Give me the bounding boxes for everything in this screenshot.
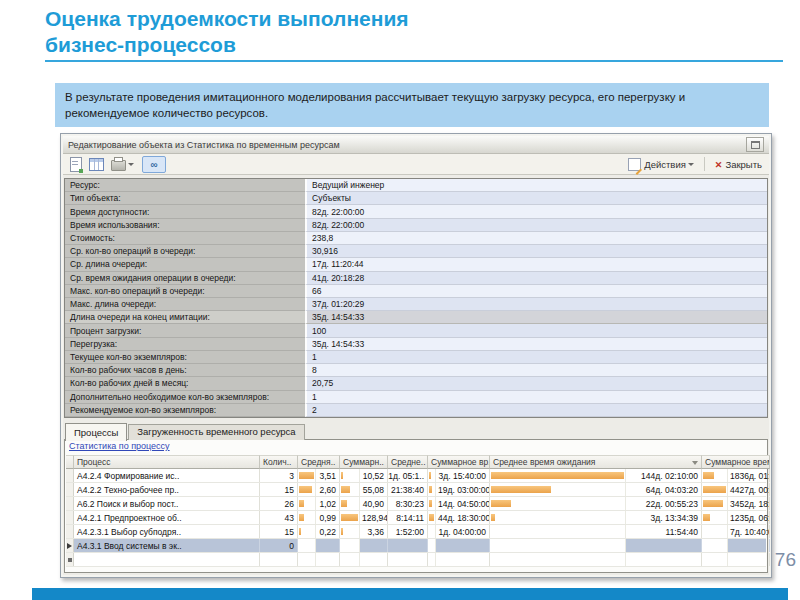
property-row[interactable]: Время использования:82д. 22:00:00 — [65, 219, 767, 232]
cell-value: 1д. 04:00:00 — [436, 527, 489, 537]
cell-sum: 40,90 — [340, 497, 388, 510]
page-number: 76 — [762, 549, 796, 571]
property-row[interactable]: Время доступности:82д. 22:00:00 — [65, 205, 767, 218]
property-row[interactable]: Процент загрузки:100 — [65, 324, 767, 337]
property-label: Ресурс: — [65, 179, 305, 192]
grid-row[interactable]: А6.2 Поиск и выбор пост..261,0240,908:30… — [66, 497, 766, 511]
property-row[interactable]: Перегрузка:35д. 14:54:33 — [65, 338, 767, 351]
close-button[interactable]: Закрыть — [713, 158, 764, 171]
property-value: 1 — [305, 351, 767, 364]
new-document-button[interactable] — [68, 156, 84, 173]
property-label: Длина очереди на конец имитации: — [65, 311, 305, 324]
bar-area — [298, 497, 316, 510]
property-row[interactable]: Ср. время ожидания операции в очереди:41… — [65, 272, 767, 285]
window-menu-button[interactable] — [746, 137, 764, 152]
slide: Оценка трудоемкости выполнения бизнес-пр… — [0, 0, 800, 600]
bar-area — [298, 483, 316, 496]
cell-avg: 0,22 — [298, 525, 340, 538]
cell-avg_time: 1:52:00 — [388, 525, 428, 538]
bar-area — [428, 525, 436, 538]
close-icon — [715, 159, 726, 170]
property-row[interactable]: Кол-во рабочих дней в месяц:20,75 — [65, 377, 767, 390]
cell-avg_time: 8:30:23 — [388, 497, 428, 510]
grid-header-sum_time[interactable]: Суммарное вр.. — [428, 455, 490, 469]
grid-header-avg_time[interactable]: Средне.. — [388, 455, 428, 469]
row-marker-cell — [66, 539, 74, 552]
cell-avg — [298, 553, 340, 566]
grid-row[interactable]: А4.2.1 Предпроектное об..430,99128,948:1… — [66, 511, 766, 525]
property-row[interactable]: Длина очереди на конец имитации:35д. 14:… — [65, 311, 767, 324]
bar-area — [702, 469, 728, 482]
table-view-button[interactable] — [87, 157, 106, 172]
cell-avg: 2,60 — [298, 483, 340, 496]
grid-header-avg[interactable]: Средня.. — [298, 455, 340, 469]
histogram-bar — [429, 472, 431, 479]
tab-processes[interactable]: Процессы — [65, 423, 127, 441]
property-row[interactable]: Стоимость:238,8 — [65, 232, 767, 245]
histogram-bar — [341, 528, 343, 535]
tab-resource-load[interactable]: Загруженность временного ресурса — [128, 424, 304, 440]
bar-area — [490, 483, 626, 496]
property-row[interactable]: Ср. кол-во операций в очереди:30,916 — [65, 245, 767, 258]
cell-value: 144д. 02:10:00 — [626, 471, 701, 481]
bar-area — [490, 525, 626, 538]
process-statistics-link[interactable]: Статистика по процессу — [69, 441, 170, 451]
window-titlebar[interactable]: Редактирование объекта из Статистика по … — [63, 136, 769, 154]
property-row[interactable]: Дополнительно необходимое кол-во экземпл… — [65, 391, 767, 404]
property-value: 238,8 — [305, 232, 767, 245]
grid-header-label: Суммарное время ожи.. — [705, 457, 770, 467]
cell-count: 15 — [260, 483, 298, 496]
property-value: Субъекты — [305, 192, 767, 205]
print-button[interactable] — [109, 156, 136, 172]
grid-row[interactable]: А4.2.3.1 Выбор субподря..150,223,361:52:… — [66, 525, 766, 539]
page-title-line2: бизнес-процессов — [45, 32, 409, 58]
property-row[interactable]: Макс. длина очереди:37д. 01:20:29 — [65, 298, 767, 311]
toolbar-separator — [704, 157, 705, 171]
bar-area — [428, 497, 436, 510]
property-row[interactable]: Ср. длина очереди:17д. 11:20:44 — [65, 258, 767, 271]
document-icon — [70, 157, 82, 172]
property-label: Стоимость: — [65, 232, 305, 245]
histogram-bar — [491, 500, 511, 507]
histogram-bar — [341, 472, 343, 479]
link-toggle-button[interactable] — [142, 156, 166, 173]
grid-header-label: Процесс — [77, 457, 111, 467]
cell-sum_wait — [702, 553, 770, 566]
property-row[interactable]: Тип объекта:Субъекты — [65, 192, 767, 205]
cell-value: 3452д. 18:50:00 — [728, 499, 769, 509]
table-icon — [89, 158, 104, 171]
bar-area — [298, 525, 316, 538]
cell-avg_wait: 22д. 00:55:23 — [490, 497, 702, 510]
property-row[interactable]: Рекомендуемое кол-во экземпляров:2 — [65, 404, 767, 417]
property-row[interactable]: Текущее кол-во экземпляров:1 — [65, 351, 767, 364]
histogram-bar — [341, 486, 350, 493]
actions-button[interactable]: Действия — [626, 157, 696, 172]
property-row[interactable]: Кол-во рабочих часов в день:8 — [65, 364, 767, 377]
cell-process: А4.2.3.1 Выбор субподря.. — [74, 525, 260, 538]
cell-value: 0,22 — [316, 527, 339, 537]
property-row[interactable]: Макс. кол-во операций в очереди:66 — [65, 285, 767, 298]
property-label: Кол-во рабочих часов в день: — [65, 364, 305, 377]
cell-value: 1235д. 06:30:00 — [728, 513, 769, 523]
grid-header-avg_wait[interactable]: Среднее время ожидания — [490, 455, 702, 469]
histogram-bar — [491, 486, 551, 493]
cell-value: 128,94 — [360, 513, 387, 523]
grid-header-process[interactable]: Процесс — [74, 455, 260, 469]
grid-empty-row[interactable] — [66, 553, 766, 567]
property-row[interactable]: Ресурс:Ведущий инженер — [65, 179, 767, 192]
cell-process: А6.2 Поиск и выбор пост.. — [74, 497, 260, 510]
grid-row[interactable]: А4.3.1 Ввод системы в эк..0 — [66, 539, 766, 553]
cell-value: 19д. 03:00:00 — [436, 485, 489, 495]
grid-row[interactable]: А4.2.4 Формирование ис..33,5110,521д. 05… — [66, 469, 766, 483]
property-label: Время доступности: — [65, 205, 305, 218]
cell-sum: 3,36 — [340, 525, 388, 538]
property-value: 37д. 01:20:29 — [305, 298, 767, 311]
bar-area — [428, 553, 436, 566]
grid-header-sum_wait[interactable]: Суммарное время ожи.. — [702, 455, 770, 469]
grid-header-sum[interactable]: Суммарн.. — [340, 455, 388, 469]
cell-value: 3д. 13:34:39 — [626, 513, 701, 523]
bar-area — [428, 483, 436, 496]
grid-header-count[interactable]: Колич.. — [260, 455, 298, 469]
grid-row[interactable]: А4.2.2 Техно-рабочее пр..152,6055,0821:3… — [66, 483, 766, 497]
property-grid: Ресурс:Ведущий инженерТип объекта:Субъек… — [64, 178, 768, 418]
